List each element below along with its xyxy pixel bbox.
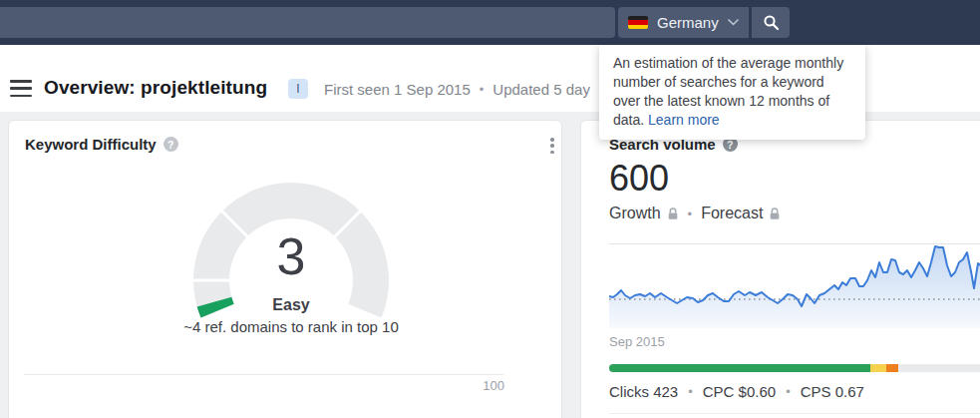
search-volume-card: Search volume ? 600 Growth • Forecast bbox=[580, 120, 980, 418]
clicks-distribution-bar bbox=[609, 364, 980, 372]
sv-stats-row: Clicks 423 • CPC $0.60 • CPS 0.67 bbox=[609, 383, 864, 400]
clicks-stat: Clicks 423 bbox=[609, 383, 678, 400]
kebab-menu-button[interactable] bbox=[544, 137, 560, 155]
lock-icon bbox=[667, 208, 679, 220]
kd-score-label: Easy bbox=[191, 296, 391, 314]
kd-help-icon[interactable]: ? bbox=[163, 137, 178, 152]
sv-bottom-divider bbox=[609, 413, 980, 414]
bullet-separator: • bbox=[786, 384, 791, 399]
learn-more-link[interactable]: Learn more bbox=[648, 112, 720, 128]
chevron-down-icon bbox=[728, 19, 739, 26]
cpc-stat: CPC $0.60 bbox=[703, 383, 776, 400]
info-badge[interactable]: I bbox=[288, 79, 308, 99]
bullet-separator: • bbox=[480, 82, 485, 97]
search-volume-chart bbox=[609, 243, 980, 329]
keyword-difficulty-card: Keyword Difficulty ? 3 Easy ~4 ref. doma… bbox=[8, 120, 562, 418]
cps-stat: CPS 0.67 bbox=[801, 383, 864, 400]
page-meta: First seen 1 Sep 2015 • Updated 5 day bbox=[324, 81, 590, 98]
forecast-link[interactable]: Forecast bbox=[701, 205, 781, 222]
sv-locked-metrics: Growth • Forecast bbox=[609, 205, 781, 222]
germany-flag-icon bbox=[628, 16, 648, 29]
growth-label: Growth bbox=[609, 205, 661, 222]
kd-subtitle: ~4 ref. domains to rank in top 10 bbox=[92, 318, 490, 335]
kd-title-text: Keyword Difficulty bbox=[25, 136, 157, 153]
top-bar: Germany bbox=[0, 0, 980, 45]
search-icon bbox=[763, 14, 780, 31]
country-label: Germany bbox=[657, 14, 719, 31]
bullet-separator: • bbox=[688, 384, 693, 399]
lock-icon bbox=[769, 208, 781, 220]
country-selector-button[interactable]: Germany bbox=[618, 7, 749, 38]
page-title: Overview: projektleitung bbox=[44, 77, 267, 99]
kd-axis-line bbox=[24, 374, 503, 375]
first-seen-text: First seen 1 Sep 2015 bbox=[324, 81, 471, 98]
search-button[interactable] bbox=[752, 7, 790, 38]
menu-icon[interactable] bbox=[10, 80, 32, 97]
chart-start-label: Sep 2015 bbox=[609, 334, 665, 349]
search-volume-value: 600 bbox=[609, 159, 669, 199]
forecast-label: Forecast bbox=[701, 205, 763, 222]
bullet-separator: • bbox=[688, 207, 693, 221]
kd-score: 3 bbox=[191, 228, 391, 284]
keyword-search-input[interactable] bbox=[0, 7, 615, 38]
updated-text: Updated 5 day bbox=[492, 81, 590, 98]
kd-axis-max-label: 100 bbox=[405, 378, 504, 393]
search-volume-tooltip: An estimation of the average monthly num… bbox=[599, 45, 865, 140]
kd-card-title: Keyword Difficulty ? bbox=[25, 136, 178, 153]
growth-link[interactable]: Growth bbox=[609, 205, 679, 222]
